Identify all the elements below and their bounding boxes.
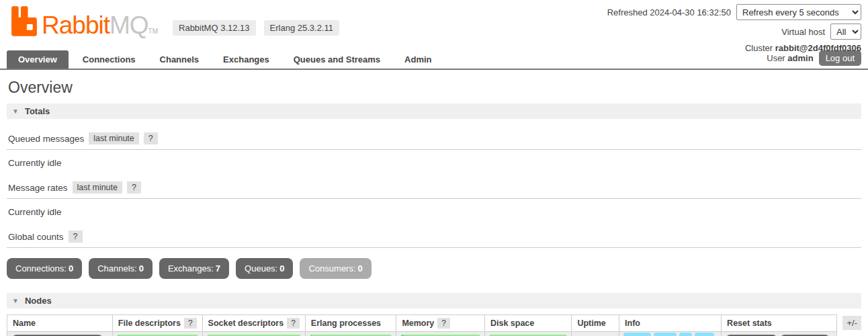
col-memory: Memory [402, 319, 434, 328]
col-info: Info [625, 319, 640, 328]
tab-queues-and-streams[interactable]: Queues and Streams [294, 50, 380, 69]
exchanges-count-button[interactable]: Exchanges:7 [159, 258, 229, 279]
rates-idle-status: Currently idle [8, 207, 861, 217]
rabbitmq-logo-icon [11, 5, 38, 37]
erlang-version-badge: Erlang 25.3.2.11 [264, 20, 339, 36]
node-uptime: 0m 53s [572, 332, 619, 336]
queues-count-button[interactable]: Queues:0 [236, 258, 293, 279]
queued-messages-label: Queued messages [8, 134, 84, 144]
nodes-section-title: Nodes [25, 296, 52, 306]
column-toggle-button[interactable]: +/- [842, 316, 861, 330]
nodes-section-header[interactable]: ▼ Nodes [7, 293, 861, 308]
nodes-table: Name File descriptors? Socket descriptor… [7, 314, 837, 336]
tab-overview[interactable]: Overview [7, 50, 69, 69]
info-badge-plugins: 2 [679, 333, 692, 336]
brand-rabbit: Rabbit [42, 11, 110, 39]
user-label: User [767, 53, 785, 63]
page-title: Overview [8, 79, 861, 97]
col-disk-space: Disk space [490, 319, 534, 328]
main-content: Overview ▼ Totals Queued messages last m… [0, 79, 868, 336]
virtual-host-select[interactable]: All [830, 24, 861, 40]
col-file-descriptors: File descriptors [118, 319, 181, 328]
totals-section-header[interactable]: ▼ Totals [7, 103, 861, 119]
queued-messages-heading: Queued messages last minute ? [7, 132, 861, 150]
tab-exchanges[interactable]: Exchanges [223, 50, 269, 69]
consumers-count-button: Consumers:0 [300, 258, 371, 279]
cluster-name: rabbit@2d4f0fdf0306 [775, 43, 861, 53]
tab-admin[interactable]: Admin [404, 50, 431, 69]
info-badge-disc: disc [654, 333, 677, 336]
fd-help-icon[interactable]: ? [184, 318, 197, 329]
refresh-interval-select[interactable]: Refresh every 5 seconds [736, 4, 861, 20]
info-badge-rss: rss [695, 333, 714, 336]
brand-wordmark: RabbitMQTM [42, 13, 158, 37]
queued-idle-status: Currently idle [8, 158, 861, 168]
collapse-triangle-icon: ▼ [12, 297, 19, 304]
info-badge-basic: basic [623, 333, 651, 336]
connections-count-button[interactable]: Connections:0 [7, 258, 82, 279]
tab-connections[interactable]: Connections [83, 50, 136, 69]
message-rates-heading: Message rates last minute ? [7, 181, 861, 199]
rabbitmq-version-badge: RabbitMQ 3.12.13 [173, 20, 256, 36]
brand-tm: TM [148, 28, 158, 35]
global-counts-row: Connections:0 Channels:0 Exchanges:7 Que… [7, 258, 861, 279]
cluster-label: Cluster [745, 43, 773, 53]
nodes-table-header-row: Name File descriptors? Socket descriptor… [7, 315, 837, 332]
memory-help-icon[interactable]: ? [437, 318, 450, 329]
rates-range-badge[interactable]: last minute [73, 181, 122, 194]
refreshed-timestamp: Refreshed 2024-04-30 16:32:50 [607, 7, 731, 17]
virtual-host-label: Virtual host [781, 27, 825, 37]
node-row: rabbit@2d4f0fdf0306 37 1073741816 availa… [7, 332, 837, 336]
top-bar: RabbitMQTM RabbitMQ 3.12.13 Erlang 25.3.… [0, 0, 868, 51]
col-uptime: Uptime [577, 319, 605, 328]
channels-count-button[interactable]: Channels:0 [89, 258, 153, 279]
col-reset-stats: Reset stats [727, 319, 772, 328]
sd-help-icon[interactable]: ? [287, 318, 300, 329]
totals-section-title: Totals [25, 106, 50, 116]
col-erlang-processes: Erlang processes [311, 319, 381, 328]
col-name: Name [13, 319, 36, 328]
queued-help-icon[interactable]: ? [144, 132, 158, 144]
rabbitmq-logo-link[interactable]: RabbitMQTM [11, 5, 158, 37]
global-counts-help-icon[interactable]: ? [69, 230, 83, 243]
node-info-cell: basicdisc2rss [619, 332, 722, 336]
tab-channels[interactable]: Channels [160, 50, 200, 69]
col-socket-descriptors: Socket descriptors [208, 319, 284, 328]
message-rates-label: Message rates [8, 183, 68, 193]
global-counts-label: Global counts [8, 232, 64, 242]
rates-help-icon[interactable]: ? [127, 181, 141, 194]
brand-mq: MQ [110, 11, 148, 39]
nav-tab-bar: Overview Connections Channels Exchanges … [0, 51, 868, 70]
collapse-triangle-icon: ▼ [12, 108, 19, 115]
global-counts-heading: Global counts ? [7, 230, 861, 248]
user-name: admin [787, 53, 813, 63]
queued-range-badge[interactable]: last minute [89, 132, 138, 144]
